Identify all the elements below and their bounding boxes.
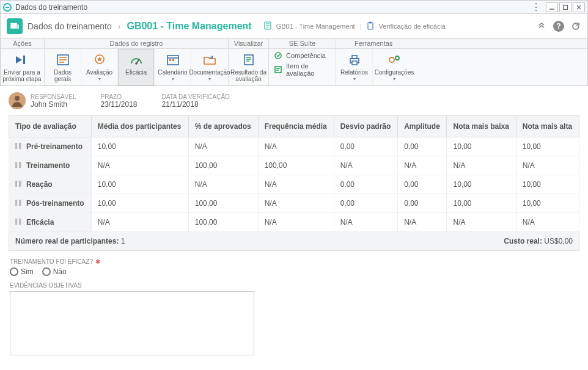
avatar bbox=[9, 92, 26, 109]
table-header-cell[interactable]: Desvio padrão bbox=[334, 116, 398, 137]
table-cell: 0,00 bbox=[334, 194, 398, 213]
eficacia-button[interactable]: Eficácia bbox=[118, 49, 155, 85]
table-cell: 10,00 bbox=[91, 175, 188, 194]
table-row[interactable]: Pré-treinamento10,00N/AN/A0,000,0010,001… bbox=[9, 137, 579, 156]
dados-gerais-button[interactable]: Dados gerais bbox=[45, 49, 81, 85]
resultado-avaliacao-button[interactable]: Resultado da avaliação bbox=[229, 49, 268, 85]
svg-rect-2 bbox=[368, 23, 373, 29]
gauge-icon bbox=[128, 53, 144, 67]
svg-rect-26 bbox=[19, 162, 21, 168]
module-icon bbox=[7, 18, 23, 34]
table-cell: 100,00 bbox=[188, 194, 258, 213]
breadcrumb-mini-2[interactable]: Verificação de eficácia bbox=[379, 23, 446, 30]
folder-attach-icon bbox=[202, 53, 218, 67]
minimize-button[interactable] bbox=[546, 2, 558, 12]
table-header-cell[interactable]: Amplitude bbox=[398, 116, 447, 137]
app-icon bbox=[3, 3, 12, 12]
item-avaliacao-link[interactable]: Item de avaliação bbox=[274, 62, 331, 77]
se-label: Item de avaliação bbox=[286, 62, 331, 77]
refresh-icon[interactable] bbox=[570, 21, 581, 32]
table-cell: N/A bbox=[447, 213, 516, 232]
ribbon-group-header: Ferramentas bbox=[336, 38, 587, 49]
item-icon bbox=[274, 65, 282, 74]
ribbon-label: Enviar para a próxima etapa bbox=[2, 69, 42, 82]
svg-point-19 bbox=[15, 96, 20, 101]
table-header-cell[interactable]: Frequência média bbox=[258, 116, 334, 137]
svg-rect-22 bbox=[19, 143, 21, 149]
svg-rect-11 bbox=[244, 55, 253, 65]
table-row[interactable]: EficáciaN/A100,00N/AN/AN/AN/AN/A bbox=[9, 213, 579, 232]
table-cell: N/A bbox=[258, 137, 334, 156]
required-icon: ✱ bbox=[95, 258, 100, 265]
table-cell: N/A bbox=[188, 175, 258, 194]
calendario-button[interactable]: Calendário ▾ bbox=[155, 49, 191, 85]
avaliacao-button[interactable]: Avaliação ▾ bbox=[81, 49, 118, 85]
radio-circle-icon bbox=[10, 267, 18, 276]
breadcrumb-mini-1[interactable]: GB01 - Time Management bbox=[276, 23, 355, 30]
ribbon-label: Calendário bbox=[158, 69, 187, 76]
competencia-link[interactable]: Competência bbox=[274, 51, 331, 60]
svg-rect-16 bbox=[352, 61, 357, 65]
radio-nao-label: Não bbox=[53, 267, 67, 276]
table-cell: 0,00 bbox=[334, 137, 398, 156]
ribbon-group-visualizar: Visualizar Resultado da avaliação bbox=[229, 38, 269, 85]
table-header-cell[interactable]: Média dos participantes bbox=[91, 116, 188, 137]
table-row[interactable]: Pós-treinamento10,00100,00N/A0,000,0010,… bbox=[9, 194, 579, 213]
table-cell: 10,00 bbox=[91, 194, 188, 213]
table-header-row: Tipo de avaliaçãoMédia dos participantes… bbox=[9, 116, 579, 137]
table-cell: 100,00 bbox=[188, 156, 258, 175]
table-cell: N/A bbox=[516, 156, 579, 175]
table-cell: 10,00 bbox=[447, 175, 516, 194]
configuracoes-button[interactable]: Configurações ▾ bbox=[373, 49, 416, 85]
table-cell: 10,00 bbox=[447, 137, 516, 156]
radio-sim-label: Sim bbox=[21, 267, 34, 276]
maximize-button[interactable] bbox=[559, 2, 571, 12]
svg-rect-38 bbox=[19, 219, 21, 225]
star-badge-icon bbox=[92, 53, 108, 67]
flag-icon bbox=[15, 199, 23, 208]
svg-rect-29 bbox=[17, 181, 19, 187]
collapse-up-icon[interactable] bbox=[536, 21, 547, 32]
responsavel-label: RESPONSÁVEL bbox=[31, 93, 76, 100]
radio-nao[interactable]: Não bbox=[42, 267, 67, 276]
table-header-cell[interactable]: Tipo de avaliação bbox=[9, 116, 92, 137]
table-row[interactable]: TreinamentoN/A100,00100,00N/AN/AN/AN/A bbox=[9, 156, 579, 175]
table-cell: N/A bbox=[516, 213, 579, 232]
kebab-menu-icon[interactable]: ⋮ bbox=[531, 1, 541, 13]
ribbon-group-ferramentas: Ferramentas Relatórios ▾ Configurações ▾ bbox=[336, 38, 587, 85]
header-bar: Dados do treinamento › GB001 - Time Mana… bbox=[0, 14, 588, 38]
breadcrumb-root[interactable]: Dados do treinamento bbox=[28, 21, 112, 31]
table-cell: N/A bbox=[334, 156, 398, 175]
help-icon[interactable]: ? bbox=[553, 21, 564, 32]
enviar-proxima-etapa-button[interactable]: Enviar para a próxima etapa bbox=[1, 49, 43, 85]
se-label: Competência bbox=[286, 52, 326, 59]
radio-sim[interactable]: Sim bbox=[10, 267, 34, 276]
svg-rect-31 bbox=[21, 181, 23, 187]
table-header-cell[interactable]: Nota mais baixa bbox=[447, 116, 516, 137]
close-button[interactable] bbox=[573, 2, 585, 12]
svg-rect-24 bbox=[15, 162, 17, 168]
prazo-value: 23/11/2018 bbox=[100, 100, 137, 109]
table-cell: 0,00 bbox=[334, 175, 398, 194]
table-cell: 10,00 bbox=[516, 175, 579, 194]
table-row[interactable]: Reação10,00N/AN/A0,000,0010,0010,00 bbox=[9, 175, 579, 194]
svg-rect-10 bbox=[172, 59, 174, 61]
next-step-icon bbox=[14, 53, 30, 67]
table-header-cell[interactable]: % de aprovados bbox=[188, 116, 258, 137]
table-cell: N/A bbox=[398, 156, 447, 175]
flag-icon bbox=[15, 161, 23, 170]
table-cell: N/A bbox=[258, 194, 334, 213]
documentacao-button[interactable]: Documentação ▾ bbox=[191, 49, 228, 85]
table-rowlabel-cell: Reação bbox=[9, 175, 92, 194]
table-header-cell[interactable]: Nota mais alta bbox=[516, 116, 579, 137]
evidencias-label: EVIDÊNCIAS OBJETIVAS bbox=[10, 282, 578, 289]
svg-rect-36 bbox=[15, 219, 17, 225]
report-icon bbox=[241, 53, 257, 67]
relatorios-button[interactable]: Relatórios ▾ bbox=[336, 49, 373, 85]
ribbon-label: Relatórios bbox=[340, 69, 368, 76]
chevron-down-icon: ▾ bbox=[172, 76, 174, 82]
gears-icon bbox=[386, 53, 402, 67]
chevron-right-icon: › bbox=[118, 21, 121, 31]
svg-rect-4 bbox=[23, 56, 25, 64]
evidencias-textarea[interactable] bbox=[10, 291, 254, 355]
